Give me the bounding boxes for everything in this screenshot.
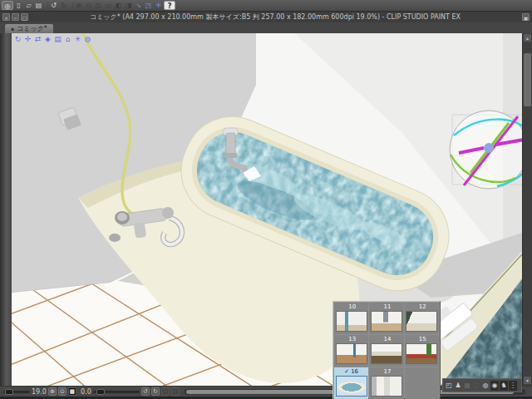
material-cell-empty (405, 367, 439, 399)
zoom-in-button[interactable]: ⊕ (48, 387, 57, 396)
reset-rotation-button: ◦ (171, 387, 180, 396)
selected-check-icon: ✓ (344, 367, 349, 376)
material-palette-footer: ◰♟▦◌◍◉♞⋮ (442, 378, 522, 392)
material-thumb-bedroom[interactable]: 11 (369, 303, 403, 334)
material-number: 10 (348, 303, 356, 311)
rotate-right-button[interactable]: ↻ (151, 387, 160, 396)
material-number: 13 (348, 335, 356, 343)
window-controls: ×─□ (2, 13, 29, 21)
light-source-icon[interactable]: ✳ (73, 35, 82, 44)
camera-zoom-icon[interactable]: ⇄ (33, 35, 42, 44)
fit-view-button[interactable]: ◰ (445, 381, 453, 391)
scroll-up-icon[interactable]: ▴ (524, 34, 531, 42)
material-number: 11 (384, 303, 392, 311)
material-number: 14 (384, 335, 392, 343)
new-file-button[interactable]: ▯ (14, 1, 23, 10)
sphere-center-handle[interactable] (484, 143, 494, 153)
command-bar: ◎▯▱▤⋮↺↻⋮⊞◇◫▭◧◨↘◳✛? (0, 0, 532, 11)
separator: ⋮ (69, 1, 73, 10)
restore-window-button[interactable]: ▣ (522, 13, 530, 21)
snap-to-ruler-button[interactable]: ↘ (134, 1, 143, 10)
minimize-button[interactable]: ─ (12, 13, 19, 21)
grid-toggle-button: ▦ (463, 381, 471, 391)
separator: ⋮ (44, 1, 48, 10)
texture-button[interactable]: ◍ (481, 381, 490, 391)
zoom-buttons: ⊕⊙■ (48, 387, 76, 396)
object-launcher-bar: ↻✛⇄◈▤⌂✳◍ (13, 35, 92, 44)
undo-button[interactable]: ↺ (49, 1, 58, 10)
material-number: 16 (351, 367, 358, 376)
left-panel-dock (0, 33, 12, 386)
open-file-button[interactable]: ▱ (24, 1, 33, 10)
help-button[interactable]: ? (164, 1, 175, 10)
close-button[interactable]: × (2, 13, 10, 21)
expand-selection-button: ◨ (124, 1, 133, 10)
window-title: コミック* (A4 297.00 x 210.00mm 製本サイズ:B5 判 2… (29, 12, 521, 22)
canvas-3d-view[interactable]: ↻✛⇄◈▤⌂✳◍ (12, 33, 522, 386)
invert-selection-button: ◧ (114, 1, 123, 10)
object-move-icon[interactable]: ◈ (43, 35, 52, 44)
material-palette: 10 11 12 13 14 15 ✓16 17 (332, 301, 441, 399)
material-thumb-living-1[interactable]: 13 (334, 335, 368, 367)
rotate-left-button[interactable]: ↺ (141, 387, 150, 396)
material-thumbnail (371, 311, 402, 332)
deselect-button: ▭ (104, 1, 113, 10)
document-tab-bar: ▪ コミック* (0, 22, 532, 33)
wireframe-button: ◌ (472, 381, 480, 391)
fit-to-screen-button[interactable]: ⊙ (58, 387, 66, 396)
document-tab-label: コミック* (17, 24, 47, 33)
snap-to-special-ruler-button[interactable]: ◳ (144, 1, 153, 10)
rotate-buttons: ↺↻◦◦ (141, 387, 180, 396)
flip-horizontal-button: ◦ (161, 387, 170, 396)
material-thumbnail (371, 343, 402, 364)
pose-button[interactable]: ♞ (500, 381, 508, 391)
material-thumb-room[interactable]: 12 (405, 303, 439, 334)
material-thumbnail (406, 311, 437, 332)
reset-view-icon[interactable]: ⌂ (63, 35, 72, 44)
more-options-button[interactable]: ⋮ (509, 381, 517, 391)
material-number: 15 (419, 335, 426, 343)
zoom-value: 19.0 (32, 388, 47, 396)
material-thumbnail (336, 311, 367, 332)
render-settings-icon[interactable]: ◍ (83, 35, 92, 44)
clip-studio-logo-button[interactable]: ◎ (2, 1, 13, 10)
material-thumbnail (336, 376, 367, 397)
manipulator-sphere[interactable] (447, 106, 522, 190)
modified-indicator-icon: ▪ (11, 24, 14, 33)
material-number: 17 (384, 367, 392, 376)
camera-pan-icon[interactable]: ✛ (23, 35, 32, 44)
actual-size-button[interactable]: ■ (68, 387, 76, 396)
material-thumb-living-2[interactable]: 14 (369, 335, 403, 367)
material-number: 12 (419, 303, 426, 311)
rotation-slider[interactable] (93, 391, 140, 393)
material-thumb-bathtub[interactable]: ✓16 (334, 367, 368, 399)
clip-studio-paint-window: ◎▯▱▤⋮↺↻⋮⊞◇◫▭◧◨↘◳✛? ×─□ コミック* (A4 297.00 … (0, 0, 532, 399)
material-thumb-hallway[interactable]: 17 (369, 367, 403, 399)
redo-button: ↻ (59, 1, 68, 10)
select-area-button: ◫ (94, 1, 103, 10)
vertical-scrollbar[interactable]: ▴ ▾ (522, 33, 532, 386)
material-thumb-living-3[interactable]: 15 (405, 335, 439, 367)
crop-button: ⊞ (74, 1, 83, 10)
material-thumbnail (371, 376, 402, 397)
document-title-bar: ×─□ コミック* (A4 297.00 x 210.00mm 製本サイズ:B5… (0, 11, 532, 22)
material-thumb-bathroom[interactable]: 10 (334, 303, 368, 334)
target-button[interactable]: ◉ (490, 381, 499, 391)
snap-to-grid-button[interactable]: ✛ (154, 1, 163, 10)
vertical-scroll-thumb[interactable] (524, 53, 531, 106)
camera-orbit-icon[interactable]: ↻ (13, 35, 22, 44)
document-tab[interactable]: ▪ コミック* (5, 24, 53, 33)
material-thumbnail (336, 343, 367, 364)
scene-3d-render[interactable] (12, 33, 522, 386)
save-button[interactable]: ▤ (34, 1, 43, 10)
object-list-icon[interactable]: ▤ (53, 35, 62, 44)
material-thumbnail (406, 343, 437, 364)
walkthrough-button[interactable]: ♟ (454, 381, 462, 391)
rotation-value: 0.0 (78, 388, 91, 396)
transform-button: ◇ (84, 1, 93, 10)
scroll-down-icon[interactable]: ▾ (524, 377, 531, 384)
maximize-button[interactable]: □ (21, 13, 28, 21)
zoom-slider[interactable] (3, 391, 30, 393)
